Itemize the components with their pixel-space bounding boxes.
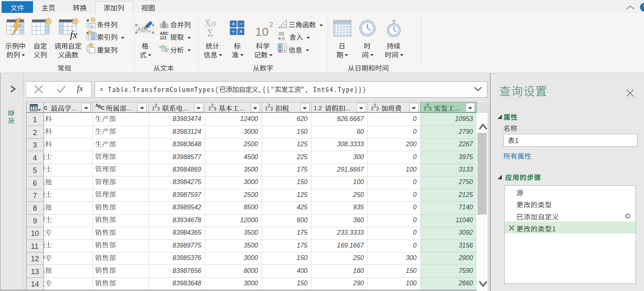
svg-text:2: 2 xyxy=(269,21,273,29)
svg-text:Σ: Σ xyxy=(207,27,213,39)
svg-text:fx: fx xyxy=(70,29,77,40)
svg-text:−: − xyxy=(283,44,286,48)
svg-text:÷: ÷ xyxy=(231,28,235,35)
svg-text:123: 123 xyxy=(160,36,167,40)
svg-text:ABC: ABC xyxy=(160,31,169,36)
svg-text:.0: .0 xyxy=(281,36,285,41)
svg-text:10: 10 xyxy=(255,25,268,38)
svg-text:+: + xyxy=(283,48,286,53)
svg-text:1: 1 xyxy=(279,44,281,48)
svg-text:≠: ≠ xyxy=(92,24,94,28)
svg-text:−: − xyxy=(239,20,243,27)
svg-text:3: 3 xyxy=(279,49,281,53)
svg-text:×: × xyxy=(239,28,243,35)
svg-text:.00: .00 xyxy=(278,31,284,36)
svg-text:+: + xyxy=(231,20,235,27)
